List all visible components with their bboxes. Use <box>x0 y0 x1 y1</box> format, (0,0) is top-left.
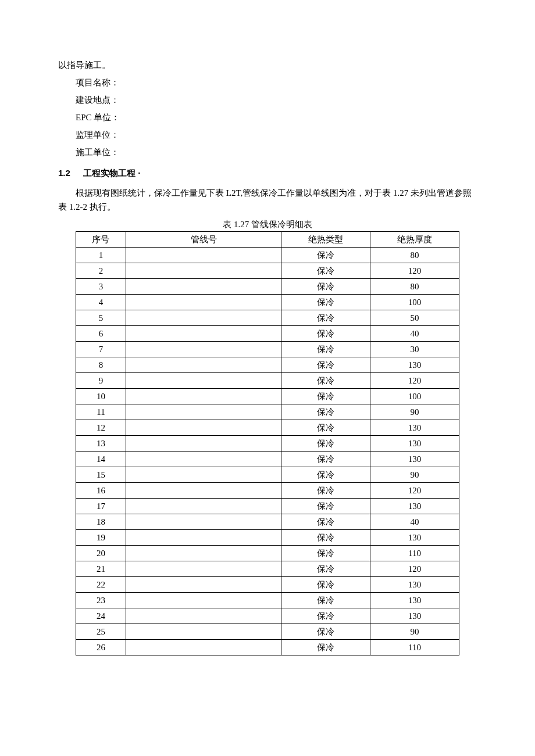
intro-line: 以指导施工。 <box>58 58 477 72</box>
cell-thick: 130 <box>370 420 459 436</box>
cell-thick: 110 <box>370 640 459 655</box>
cell-idx: 16 <box>76 483 126 499</box>
table-caption: 表 1.27 管线保冷明细表 <box>58 217 477 231</box>
cell-pipe <box>126 640 281 655</box>
cell-thick: 130 <box>370 577 459 593</box>
table-row: 2保冷120 <box>76 263 459 279</box>
cell-pipe <box>126 530 281 546</box>
cell-type: 保冷 <box>281 608 370 624</box>
table-row: 24保冷130 <box>76 608 459 624</box>
cell-idx: 5 <box>76 310 126 326</box>
cell-pipe <box>126 546 281 561</box>
cell-idx: 4 <box>76 295 126 310</box>
cell-idx: 2 <box>76 263 126 279</box>
table-row: 20保冷110 <box>76 546 459 561</box>
cell-thick: 40 <box>370 326 459 342</box>
cell-thick: 130 <box>370 530 459 546</box>
table-row: 21保冷120 <box>76 561 459 577</box>
cell-pipe <box>126 357 281 373</box>
table-row: 15保冷90 <box>76 467 459 483</box>
cell-idx: 10 <box>76 389 126 404</box>
table-row: 26保冷110 <box>76 640 459 655</box>
cell-type: 保冷 <box>281 342 370 357</box>
cell-idx: 24 <box>76 608 126 624</box>
cell-thick: 120 <box>370 483 459 499</box>
cell-type: 保冷 <box>281 310 370 326</box>
field-supervisor: 监理单位： <box>58 128 477 142</box>
cell-thick: 120 <box>370 263 459 279</box>
cell-pipe <box>126 577 281 593</box>
cell-pipe <box>126 624 281 640</box>
cell-type: 保冷 <box>281 514 370 530</box>
section-number: 1.2 <box>58 166 70 180</box>
cell-type: 保冷 <box>281 389 370 404</box>
cell-thick: 80 <box>370 279 459 295</box>
table-row: 7保冷30 <box>76 342 459 357</box>
cell-type: 保冷 <box>281 404 370 420</box>
table-row: 22保冷130 <box>76 577 459 593</box>
cell-pipe <box>126 326 281 342</box>
table-body: 1保冷802保冷1203保冷804保冷1005保冷506保冷407保冷308保冷… <box>76 248 459 655</box>
cell-type: 保冷 <box>281 561 370 577</box>
cell-pipe <box>126 608 281 624</box>
cell-thick: 130 <box>370 593 459 608</box>
table-row: 14保冷130 <box>76 452 459 467</box>
cell-type: 保冷 <box>281 546 370 561</box>
table-row: 12保冷130 <box>76 420 459 436</box>
field-project-name: 项目名称： <box>58 76 477 89</box>
cell-type: 保冷 <box>281 452 370 467</box>
cell-pipe <box>126 295 281 310</box>
table-row: 17保冷130 <box>76 499 459 514</box>
cell-idx: 23 <box>76 593 126 608</box>
cell-type: 保冷 <box>281 467 370 483</box>
cell-pipe <box>126 342 281 357</box>
cell-thick: 120 <box>370 561 459 577</box>
cell-thick: 40 <box>370 514 459 530</box>
field-epc: EPC 单位： <box>58 110 477 124</box>
cell-idx: 22 <box>76 577 126 593</box>
cell-idx: 8 <box>76 357 126 373</box>
cell-pipe <box>126 263 281 279</box>
cell-idx: 17 <box>76 499 126 514</box>
cell-thick: 130 <box>370 436 459 452</box>
cell-idx: 7 <box>76 342 126 357</box>
col-header-pipe: 管线号 <box>126 232 281 248</box>
field-site: 建设地点： <box>58 93 477 107</box>
cell-type: 保冷 <box>281 640 370 655</box>
cell-thick: 80 <box>370 248 459 263</box>
table-row: 23保冷130 <box>76 593 459 608</box>
cell-pipe <box>126 499 281 514</box>
section-title: 工程实物工程 · <box>83 168 140 178</box>
cell-idx: 6 <box>76 326 126 342</box>
cell-type: 保冷 <box>281 420 370 436</box>
cell-idx: 19 <box>76 530 126 546</box>
cell-thick: 100 <box>370 295 459 310</box>
cell-type: 保冷 <box>281 593 370 608</box>
cell-thick: 110 <box>370 546 459 561</box>
cell-pipe <box>126 593 281 608</box>
cell-thick: 90 <box>370 404 459 420</box>
cell-pipe <box>126 373 281 389</box>
cell-idx: 25 <box>76 624 126 640</box>
cell-type: 保冷 <box>281 248 370 263</box>
cell-type: 保冷 <box>281 279 370 295</box>
table-row: 16保冷120 <box>76 483 459 499</box>
table-row: 5保冷50 <box>76 310 459 326</box>
cell-idx: 11 <box>76 404 126 420</box>
col-header-thickness: 绝热厚度 <box>370 232 459 248</box>
table-row: 10保冷100 <box>76 389 459 404</box>
cell-pipe <box>126 561 281 577</box>
table-row: 8保冷130 <box>76 357 459 373</box>
cell-idx: 15 <box>76 467 126 483</box>
cell-thick: 30 <box>370 342 459 357</box>
section-paragraph: 根据现有图纸统计，保冷工作量见下表 L2T,管线保冷工作量以单线图为准，对于表 … <box>58 186 477 214</box>
table-row: 25保冷90 <box>76 624 459 640</box>
cell-type: 保冷 <box>281 483 370 499</box>
section-heading: 1.2 工程实物工程 · <box>58 166 477 180</box>
cell-type: 保冷 <box>281 357 370 373</box>
cell-type: 保冷 <box>281 373 370 389</box>
pipe-insulation-table: 序号 管线号 绝热类型 绝热厚度 1保冷802保冷1203保冷804保冷1005… <box>76 231 459 655</box>
cell-type: 保冷 <box>281 624 370 640</box>
table-row: 9保冷120 <box>76 373 459 389</box>
cell-thick: 120 <box>370 373 459 389</box>
